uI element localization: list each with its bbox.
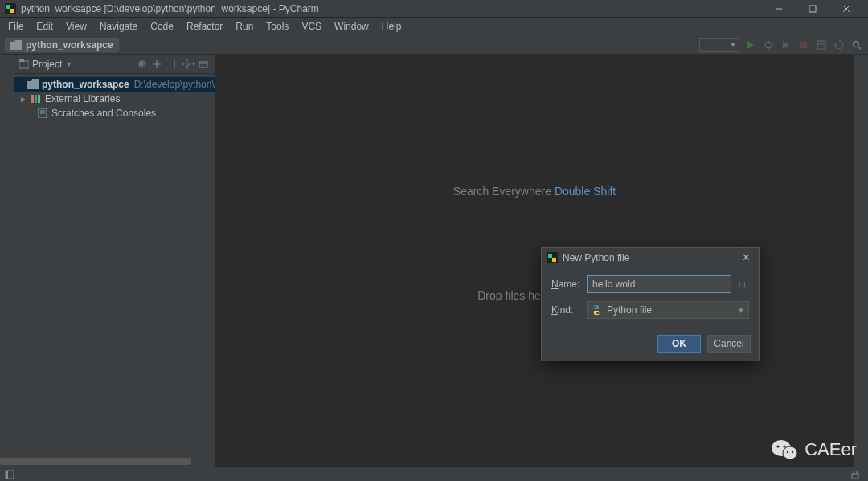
menu-run[interactable]: Run bbox=[229, 18, 260, 35]
kind-value: Python file bbox=[607, 304, 652, 316]
collapse-all-icon[interactable] bbox=[136, 58, 149, 71]
run-config-selector[interactable] bbox=[699, 38, 739, 52]
tool-window-toggle-icon[interactable] bbox=[3, 468, 16, 481]
new-python-file-dialog: New Python file ✕ Name: ↑↓ Kind: Pyth bbox=[541, 247, 760, 361]
svg-point-45 bbox=[787, 451, 788, 453]
menu-code[interactable]: Code bbox=[144, 18, 180, 35]
locate-icon[interactable] bbox=[150, 58, 163, 71]
svg-rect-30 bbox=[35, 95, 37, 103]
svg-point-13 bbox=[854, 41, 859, 47]
app-icon bbox=[547, 252, 558, 263]
kind-label: Kind: bbox=[551, 304, 587, 316]
navigation-bar: python_worksapce bbox=[0, 35, 868, 55]
name-input[interactable] bbox=[587, 275, 731, 293]
svg-rect-1 bbox=[6, 5, 10, 9]
menu-refactor[interactable]: Refactor bbox=[180, 18, 229, 35]
project-tree[interactable]: ▸ python_worksapce D:\develop\python\pyt… bbox=[14, 74, 215, 124]
settings-icon[interactable]: ▾ bbox=[182, 58, 195, 71]
svg-rect-40 bbox=[852, 474, 858, 479]
svg-rect-4 bbox=[809, 6, 816, 12]
svg-rect-10 bbox=[800, 42, 807, 48]
tree-external-label: External Libraries bbox=[45, 93, 120, 104]
breadcrumb-label: python_worksapce bbox=[26, 39, 113, 51]
kind-select[interactable]: Python file ▼ bbox=[587, 301, 749, 319]
svg-rect-31 bbox=[38, 95, 40, 103]
watermark: CAEer bbox=[771, 438, 857, 462]
window-titlebar: python_worksapce [D:\develop\python\pyth… bbox=[0, 0, 868, 18]
menu-navigate[interactable]: Navigate bbox=[93, 18, 144, 35]
search-everywhere-hint: Search Everywhere Double Shift bbox=[453, 185, 616, 198]
wechat-icon bbox=[771, 438, 798, 462]
window-title: python_worksapce [D:\develop\python\pyth… bbox=[21, 3, 319, 14]
lock-icon[interactable] bbox=[849, 468, 862, 481]
svg-rect-11 bbox=[817, 41, 825, 49]
chevron-down-icon[interactable]: ▼ bbox=[65, 60, 72, 68]
layout-icon[interactable] bbox=[815, 39, 828, 51]
svg-point-42 bbox=[783, 446, 797, 459]
close-window-button[interactable] bbox=[829, 0, 863, 18]
panel-divider: | bbox=[168, 58, 181, 71]
svg-point-22 bbox=[186, 63, 189, 66]
maximize-button[interactable] bbox=[796, 0, 829, 18]
project-tool-window: Project ▼ | ▾ ▸ python_worksapce D:\deve… bbox=[14, 55, 215, 467]
editor-area: Search Everywhere Double Shift Drop file… bbox=[215, 55, 854, 467]
ok-button[interactable]: OK bbox=[657, 335, 701, 353]
scratch-icon bbox=[37, 108, 48, 118]
search-icon[interactable] bbox=[850, 39, 863, 51]
menu-vcs[interactable]: VCS bbox=[295, 18, 328, 35]
scrollbar-thumb[interactable] bbox=[0, 458, 191, 465]
horizontal-scrollbar[interactable] bbox=[0, 456, 215, 467]
name-label: Name: bbox=[551, 279, 587, 290]
menu-help[interactable]: Help bbox=[375, 18, 408, 35]
python-file-icon bbox=[591, 304, 602, 316]
stop-button[interactable] bbox=[797, 39, 810, 51]
tree-scratches-label: Scratches and Consoles bbox=[51, 108, 156, 119]
folder-icon bbox=[27, 79, 39, 89]
svg-rect-37 bbox=[552, 258, 556, 262]
dialog-titlebar: New Python file ✕ bbox=[542, 248, 759, 267]
project-tool-header: Project ▼ | ▾ bbox=[14, 55, 215, 74]
tree-root-path: D:\develop\python\python_worksapce bbox=[134, 79, 215, 90]
folder-icon bbox=[10, 40, 22, 50]
breadcrumb-root[interactable]: python_worksapce bbox=[5, 38, 119, 52]
dialog-title: New Python file bbox=[563, 252, 629, 263]
tree-scratches[interactable]: ▸ Scratches and Consoles bbox=[14, 106, 215, 120]
svg-line-14 bbox=[858, 47, 861, 49]
tree-root-label: python_worksapce bbox=[42, 79, 129, 90]
svg-point-44 bbox=[784, 445, 786, 447]
svg-rect-27 bbox=[199, 62, 207, 67]
watermark-text: CAEer bbox=[805, 439, 857, 460]
menu-file[interactable]: File bbox=[2, 18, 30, 35]
menu-bar: File Edit View Navigate Code Refactor Ru… bbox=[0, 18, 868, 35]
tree-root-project[interactable]: ▸ python_worksapce D:\develop\python\pyt… bbox=[14, 77, 215, 92]
chevron-down-icon: ▼ bbox=[737, 306, 745, 315]
history-arrows-icon[interactable]: ↑↓ bbox=[735, 279, 749, 290]
library-icon bbox=[31, 94, 42, 104]
debug-button[interactable] bbox=[762, 39, 775, 51]
project-title: Project bbox=[32, 59, 62, 70]
project-icon bbox=[19, 59, 29, 69]
cancel-button[interactable]: Cancel bbox=[707, 335, 751, 353]
svg-rect-39 bbox=[6, 471, 8, 479]
left-gutter bbox=[0, 55, 14, 467]
menu-window[interactable]: Window bbox=[328, 18, 375, 35]
run-button[interactable] bbox=[744, 39, 757, 51]
svg-rect-36 bbox=[548, 254, 552, 258]
update-button[interactable] bbox=[833, 39, 845, 51]
run-coverage-button[interactable] bbox=[780, 39, 792, 51]
menu-view[interactable]: View bbox=[59, 18, 93, 35]
tree-external-libraries[interactable]: ▸ External Libraries bbox=[14, 92, 215, 106]
menu-tools[interactable]: Tools bbox=[260, 18, 295, 35]
right-gutter bbox=[854, 55, 868, 467]
svg-point-46 bbox=[792, 451, 793, 453]
svg-point-43 bbox=[777, 445, 780, 447]
minimize-button[interactable] bbox=[762, 0, 796, 18]
hide-panel-icon[interactable] bbox=[197, 58, 210, 71]
close-icon[interactable]: ✕ bbox=[738, 251, 754, 263]
svg-rect-15 bbox=[19, 61, 29, 68]
svg-rect-29 bbox=[31, 95, 34, 103]
caret-icon: ▸ bbox=[19, 93, 27, 104]
app-icon bbox=[5, 3, 16, 14]
svg-rect-16 bbox=[19, 59, 24, 62]
menu-edit[interactable]: Edit bbox=[30, 18, 59, 35]
